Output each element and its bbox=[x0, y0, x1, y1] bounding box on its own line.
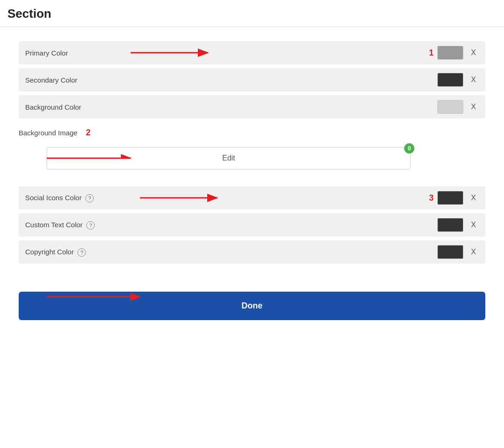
annotation-2: 2 bbox=[86, 128, 91, 138]
copyright-help-icon[interactable]: ? bbox=[77, 248, 86, 257]
copyright-color-row: Copyright Color ? X bbox=[19, 240, 485, 264]
primary-color-clear[interactable]: X bbox=[468, 48, 479, 58]
background-image-label: Background Image bbox=[19, 129, 77, 137]
custom-text-help-icon[interactable]: ? bbox=[86, 221, 95, 230]
background-color-swatch[interactable] bbox=[437, 100, 463, 114]
page-title: Section bbox=[7, 7, 51, 21]
custom-text-color-clear[interactable]: X bbox=[468, 220, 479, 230]
social-color-settings-group: Social Icons Color ? 3 X Custom Te bbox=[19, 186, 485, 264]
background-color-row: Background Color X bbox=[19, 95, 485, 119]
color-settings-group: Primary Color 1 X Secondary Color bbox=[19, 41, 485, 119]
copyright-color-right: X bbox=[437, 245, 479, 259]
custom-text-color-right: X bbox=[437, 218, 479, 232]
custom-text-color-swatch[interactable] bbox=[437, 218, 463, 232]
annotation-3: 3 bbox=[429, 193, 434, 203]
primary-color-swatch[interactable] bbox=[437, 46, 463, 60]
background-color-clear[interactable]: X bbox=[468, 102, 479, 112]
secondary-color-right: X bbox=[437, 73, 479, 87]
secondary-color-clear[interactable]: X bbox=[468, 75, 479, 85]
custom-text-color-row: Custom Text Color ? X bbox=[19, 213, 485, 237]
social-icons-color-row: Social Icons Color ? 3 X bbox=[19, 186, 485, 210]
secondary-color-swatch[interactable] bbox=[437, 73, 463, 87]
copyright-color-label: Copyright Color ? bbox=[25, 248, 437, 257]
primary-color-label: Primary Color bbox=[25, 49, 425, 57]
social-icons-color-right: X bbox=[437, 191, 479, 205]
edit-section: Edit 0 bbox=[19, 147, 485, 169]
background-image-section: Background Image 2 bbox=[19, 128, 485, 138]
annotation-1: 1 bbox=[429, 48, 434, 58]
social-icons-help-icon[interactable]: ? bbox=[85, 194, 94, 203]
copyright-color-swatch[interactable] bbox=[437, 245, 463, 259]
page-header: Section bbox=[0, 0, 504, 27]
social-icons-color-swatch[interactable] bbox=[437, 191, 463, 205]
custom-text-color-label: Custom Text Color ? bbox=[25, 221, 437, 230]
edit-badge: 0 bbox=[404, 143, 414, 154]
main-content: Primary Color 1 X Secondary Color bbox=[0, 27, 504, 339]
done-button-section: Done bbox=[19, 273, 485, 320]
arrow-3-icon bbox=[140, 191, 224, 205]
arrow-1-icon bbox=[131, 46, 215, 60]
primary-color-right: X bbox=[437, 46, 479, 60]
social-icons-color-label: Social Icons Color ? bbox=[25, 194, 425, 203]
social-icons-color-clear[interactable]: X bbox=[468, 193, 479, 203]
primary-color-row: Primary Color 1 X bbox=[19, 41, 485, 64]
done-button[interactable]: Done bbox=[19, 292, 485, 320]
edit-button[interactable]: Edit bbox=[47, 147, 411, 169]
background-color-label: Background Color bbox=[25, 103, 437, 111]
copyright-color-clear[interactable]: X bbox=[468, 247, 479, 257]
background-color-right: X bbox=[437, 100, 479, 114]
secondary-color-label: Secondary Color bbox=[25, 76, 437, 84]
edit-button-wrapper: Edit 0 bbox=[47, 147, 411, 169]
secondary-color-row: Secondary Color X bbox=[19, 68, 485, 91]
